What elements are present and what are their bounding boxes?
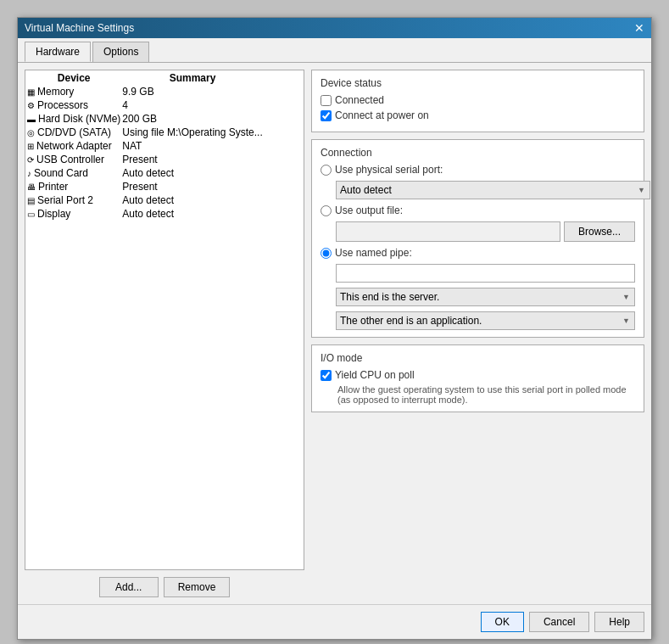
processor-icon: ⚙ — [27, 101, 35, 110]
device-summary-cell: Auto detect — [122, 208, 262, 220]
device-name-cell: ◎CD/DVD (SATA) — [27, 126, 120, 138]
output-file-input[interactable] — [336, 221, 560, 242]
device-summary-cell: Auto detect — [122, 194, 262, 206]
left-buttons: Add... Remove — [25, 577, 304, 597]
output-file-radio[interactable] — [321, 205, 332, 216]
device-summary-cell: 200 GB — [122, 113, 262, 125]
io-mode-section: I/O mode Yield CPU on poll Allow the gue… — [311, 344, 644, 412]
network-icon: ⊞ — [27, 142, 34, 151]
device-name-cell: ⊞Network Adapter — [27, 140, 120, 152]
device-table-container: Device Summary ▦Memory 9.9 GB ⚙Processor… — [25, 70, 304, 570]
device-name-cell: 🖶Printer — [27, 181, 120, 193]
connect-at-power-on-checkbox[interactable] — [321, 110, 332, 121]
ok-button[interactable]: OK — [481, 612, 524, 632]
connected-checkbox[interactable] — [321, 95, 332, 106]
output-file-row: Use output file: — [321, 204, 635, 216]
col-device: Device — [27, 72, 120, 84]
other-end-wrapper: The other end is an application. — [336, 311, 635, 330]
this-end-select[interactable]: This end is the server. — [336, 288, 635, 306]
table-row[interactable]: ⚙Processors 4 — [27, 99, 263, 111]
tab-hardware[interactable]: Hardware — [25, 42, 91, 62]
cancel-button[interactable]: Cancel — [529, 612, 589, 632]
usb-icon: ⟳ — [27, 155, 34, 165]
yield-cpu-label: Yield CPU on poll — [335, 369, 415, 381]
serial-icon: ▤ — [27, 196, 35, 205]
table-row[interactable]: 🖶Printer Present — [27, 181, 263, 193]
title-bar: Virtual Machine Settings ✕ — [18, 18, 651, 38]
table-row[interactable]: ◎CD/DVD (SATA) Using file M:\Operating S… — [27, 126, 263, 138]
named-pipe-input[interactable]: \\.\pipe\w10x64 — [336, 264, 635, 283]
window-title: Virtual Machine Settings — [25, 22, 134, 34]
named-pipe-label: Use named pipe: — [335, 247, 412, 259]
this-end-wrapper: This end is the server. — [336, 288, 635, 306]
connect-at-power-on-row: Connect at power on — [321, 109, 635, 121]
device-name-cell: ▦Memory — [27, 86, 120, 98]
add-button[interactable]: Add... — [99, 577, 159, 597]
device-name-cell: ♪Sound Card — [27, 167, 120, 179]
device-name-cell: ▭Display — [27, 208, 120, 220]
io-help-text: Allow the guest operating system to use … — [337, 384, 635, 405]
table-row[interactable]: ▭Display Auto detect — [27, 208, 263, 220]
connection-section: Connection Use physical serial port: Aut… — [311, 139, 644, 338]
other-end-select[interactable]: The other end is an application. — [336, 311, 635, 330]
device-summary-cell: Present — [122, 181, 262, 193]
physical-serial-port-row: Use physical serial port: — [321, 164, 635, 176]
device-name-cell: ▤Serial Port 2 — [27, 194, 120, 206]
device-table: Device Summary ▦Memory 9.9 GB ⚙Processor… — [25, 70, 265, 221]
connected-label: Connected — [335, 94, 384, 106]
tab-bar: Hardware Options — [18, 38, 651, 63]
right-panel: Device status Connected Connect at power… — [311, 70, 644, 597]
named-pipe-row: Use named pipe: — [321, 247, 635, 259]
sound-icon: ♪ — [27, 169, 31, 178]
tab-options[interactable]: Options — [92, 42, 149, 62]
browse-button[interactable]: Browse... — [564, 221, 635, 242]
output-file-input-row: Browse... — [336, 221, 635, 242]
auto-detect-wrapper: Auto detect — [336, 181, 650, 199]
table-row[interactable]: ▬Hard Disk (NVMe) 200 GB — [27, 113, 263, 125]
table-row[interactable]: ▦Memory 9.9 GB — [27, 86, 263, 98]
auto-detect-select[interactable]: Auto detect — [336, 181, 650, 199]
device-summary-cell: Auto detect — [122, 167, 262, 179]
col-summary: Summary — [122, 72, 262, 84]
cddvd-icon: ◎ — [27, 128, 35, 137]
left-panel: Device Summary ▦Memory 9.9 GB ⚙Processor… — [25, 70, 304, 597]
remove-button[interactable]: Remove — [164, 577, 231, 597]
device-status-section: Device status Connected Connect at power… — [311, 70, 644, 132]
memory-icon: ▦ — [27, 87, 35, 97]
device-name-cell: ⟳USB Controller — [27, 154, 120, 165]
output-file-label: Use output file: — [335, 204, 403, 216]
yield-cpu-row: Yield CPU on poll — [321, 369, 635, 381]
printer-icon: 🖶 — [27, 182, 36, 192]
named-pipe-controls: \\.\pipe\w10x64 This end is the server. … — [336, 264, 635, 330]
device-summary-cell: 9.9 GB — [122, 86, 262, 98]
connected-row: Connected — [321, 94, 635, 106]
harddisk-icon: ▬ — [27, 115, 36, 124]
device-summary-cell: Present — [122, 154, 262, 165]
bottom-bar: OK Cancel Help — [18, 604, 651, 639]
device-status-title: Device status — [321, 77, 635, 89]
display-icon: ▭ — [27, 210, 35, 219]
content-area: Device Summary ▦Memory 9.9 GB ⚙Processor… — [18, 63, 651, 604]
yield-cpu-checkbox[interactable] — [321, 370, 332, 381]
table-row[interactable]: ♪Sound Card Auto detect — [27, 167, 263, 179]
device-summary-cell: Using file M:\Operating Syste... — [122, 126, 262, 138]
device-name-cell: ⚙Processors — [27, 99, 120, 111]
device-name-cell: ▬Hard Disk (NVMe) — [27, 113, 120, 125]
vm-settings-window: Virtual Machine Settings ✕ Hardware Opti… — [17, 17, 652, 640]
physical-port-radio[interactable] — [321, 165, 332, 176]
connection-title: Connection — [321, 147, 635, 159]
table-row[interactable]: ⊞Network Adapter NAT — [27, 140, 263, 152]
io-mode-title: I/O mode — [321, 352, 635, 364]
named-pipe-radio[interactable] — [321, 248, 332, 259]
help-button[interactable]: Help — [594, 612, 644, 632]
device-summary-cell: 4 — [122, 99, 262, 111]
table-row[interactable]: ⟳USB Controller Present — [27, 154, 263, 165]
physical-port-label: Use physical serial port: — [335, 164, 443, 176]
connect-at-power-on-label: Connect at power on — [335, 109, 429, 121]
device-summary-cell: NAT — [122, 140, 262, 152]
close-button[interactable]: ✕ — [634, 22, 644, 34]
table-row[interactable]: ▤Serial Port 2 Auto detect — [27, 194, 263, 206]
